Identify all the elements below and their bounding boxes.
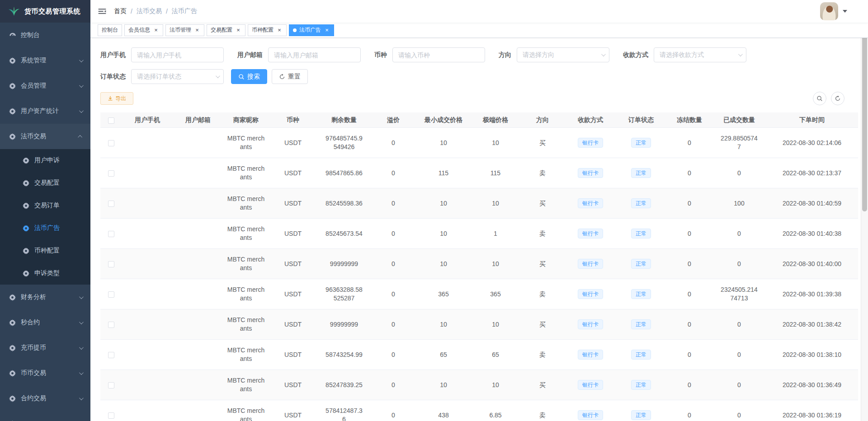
cell-extreme_price: 1	[471, 229, 520, 238]
table-search-toggle-button[interactable]	[813, 92, 826, 105]
page-scrollbar[interactable]	[861, 0, 868, 421]
sidebar-menu: 控制台系统管理会员管理用户资产统计法币交易用户申诉交易配置交易订单法币广告币种配…	[0, 23, 90, 421]
download-icon	[108, 96, 113, 101]
caret-down-icon[interactable]	[843, 10, 847, 13]
close-icon[interactable]: ×	[276, 27, 283, 33]
cell-merchant: MBTC merchants	[223, 255, 269, 272]
email-label: 用户邮箱	[237, 51, 263, 59]
gear-icon	[9, 133, 21, 140]
reset-button[interactable]: 重置	[272, 69, 308, 84]
cell-status: 正常	[616, 259, 666, 269]
search-button[interactable]: 搜索	[231, 69, 267, 84]
row-checkbox[interactable]	[108, 261, 114, 267]
table-row: MBTC merchantsUSDT96363288.5852528703653…	[100, 279, 858, 309]
tab-label: 币种配置	[252, 26, 274, 34]
row-checkbox[interactable]	[108, 352, 114, 358]
phone-input[interactable]	[131, 47, 224, 62]
row-checkbox[interactable]	[108, 412, 114, 419]
hamburger-icon[interactable]	[98, 7, 107, 16]
cell-premium: 0	[371, 139, 416, 147]
tab-法币广告[interactable]: 法币广告×	[289, 24, 334, 36]
sidebar-item-财务分析[interactable]: 财务分析	[0, 285, 90, 310]
cell-filled: 0	[712, 320, 766, 329]
chevron-down-icon	[79, 320, 84, 324]
column-header-已成交数量: 已成交数量	[712, 116, 766, 124]
close-icon[interactable]: ×	[324, 27, 330, 33]
cell-extreme_price: 65	[471, 351, 520, 359]
app-logo[interactable]: 货币交易管理系统	[0, 0, 90, 23]
sidebar-subitem-交易配置[interactable]: 交易配置	[0, 172, 90, 194]
avatar[interactable]	[820, 2, 838, 20]
chevron-down-icon	[79, 370, 84, 375]
row-checkbox[interactable]	[108, 322, 114, 328]
cell-status: 正常	[616, 198, 666, 208]
coin-input[interactable]	[392, 47, 485, 62]
status-tag: 正常	[631, 380, 651, 390]
sidebar-subitem-法币广告[interactable]: 法币广告	[0, 217, 90, 239]
sidebar-item-partial-10[interactable]	[0, 411, 90, 421]
refresh-icon	[835, 95, 841, 102]
breadcrumb-separator: /	[166, 8, 168, 15]
sidebar-item-用户资产统计[interactable]: 用户资产统计	[0, 98, 90, 124]
close-icon[interactable]: ×	[235, 27, 241, 33]
tab-控制台[interactable]: 控制台	[98, 24, 122, 36]
cell-premium: 0	[371, 169, 416, 178]
cell-direction: 买	[520, 320, 565, 329]
direction-placeholder: 请选择方向	[523, 51, 554, 59]
cell-frozen: 0	[666, 290, 712, 299]
cell-time: 2022-08-30 01:40:00	[766, 260, 858, 268]
cell-direction: 卖	[520, 169, 565, 178]
cell-direction: 卖	[520, 290, 565, 299]
sidebar-item-秒合约[interactable]: 秒合约	[0, 310, 90, 335]
sidebar-item-币币交易[interactable]: 币币交易	[0, 360, 90, 386]
sidebar-item-法币交易[interactable]: 法币交易	[0, 124, 90, 149]
sidebar-subitem-交易订单[interactable]: 交易订单	[0, 194, 90, 217]
cell-coin: USDT	[269, 260, 317, 268]
breadcrumb-item[interactable]: 首页	[114, 7, 127, 15]
cell-status: 正常	[616, 350, 666, 360]
payment-select[interactable]: 请选择收款方式	[654, 47, 746, 62]
cell-coin: USDT	[269, 411, 317, 420]
table-row: MBTC merchantsUSDT85245598.3601010买银行卡正常…	[100, 188, 858, 219]
scrollbar-thumb[interactable]	[862, 13, 867, 211]
cell-premium: 0	[371, 381, 416, 389]
direction-select[interactable]: 请选择方向	[517, 47, 609, 62]
select-all-checkbox[interactable]	[108, 117, 114, 124]
sidebar-item-系统管理[interactable]: 系统管理	[0, 48, 90, 73]
sidebar-item-会员管理[interactable]: 会员管理	[0, 73, 90, 98]
row-checkbox[interactable]	[108, 291, 114, 298]
sidebar-subitem-币种配置[interactable]: 币种配置	[0, 239, 90, 262]
direction-label: 方向	[499, 51, 511, 59]
tab-会员信息[interactable]: 会员信息×	[124, 24, 163, 36]
row-checkbox[interactable]	[108, 140, 114, 146]
tab-币种配置[interactable]: 币种配置×	[248, 24, 287, 36]
cell-status: 正常	[616, 289, 666, 299]
cell-remaining: 578412487.36	[317, 407, 371, 421]
cell-filled: 2324505.21474713	[712, 285, 766, 303]
cell-coin: USDT	[269, 351, 317, 359]
sidebar-subitem-用户申诉[interactable]: 用户申诉	[0, 149, 90, 172]
row-checkbox[interactable]	[108, 231, 114, 237]
export-button[interactable]: 导出	[100, 92, 133, 105]
tab-label: 法币广告	[299, 26, 321, 34]
email-input[interactable]	[268, 47, 361, 62]
tab-交易配置[interactable]: 交易配置×	[207, 24, 245, 36]
close-icon[interactable]: ×	[153, 27, 159, 33]
gear-icon	[9, 395, 21, 402]
row-checkbox[interactable]	[108, 201, 114, 207]
row-checkbox[interactable]	[108, 382, 114, 388]
close-icon[interactable]: ×	[194, 27, 200, 33]
row-checkbox[interactable]	[108, 170, 114, 177]
gear-icon	[23, 202, 34, 209]
sidebar-subitem-申诉类型[interactable]: 申诉类型	[0, 262, 90, 285]
tab-法币管理[interactable]: 法币管理×	[165, 24, 204, 36]
sidebar-item-合约交易[interactable]: 合约交易	[0, 386, 90, 411]
sidebar-item-充币提币[interactable]: 充币提币	[0, 335, 90, 360]
chevron-down-icon	[601, 52, 606, 56]
cell-payment: 银行卡	[565, 198, 616, 208]
sidebar-item-控制台[interactable]: 控制台	[0, 23, 90, 48]
cell-frozen: 0	[666, 229, 712, 238]
order-status-select[interactable]: 请选择订单状态	[131, 69, 224, 84]
cell-premium: 0	[371, 260, 416, 268]
table-refresh-button[interactable]	[831, 92, 844, 105]
